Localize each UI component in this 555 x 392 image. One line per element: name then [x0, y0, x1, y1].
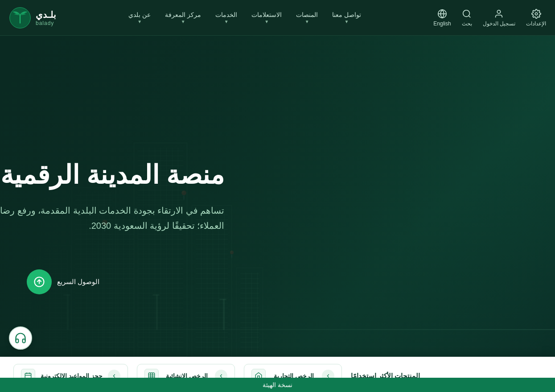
chevron-icon: ▼ — [264, 19, 269, 24]
logo[interactable]: بلـدي balady — [9, 7, 56, 29]
refresh-icon — [33, 276, 45, 288]
headphone-icon — [14, 332, 27, 344]
search-nav-item[interactable]: بحث — [462, 9, 472, 27]
footer-hint: نسخة الهيئة — [0, 378, 555, 392]
hero-subtitle-line2: العملاء؛ تحقيقًا لرؤية السعودية 2030. — [89, 221, 224, 231]
language-nav-item[interactable]: English — [433, 9, 451, 27]
search-label: بحث — [462, 21, 472, 27]
hero-content: منصة المدينة الرقمية تساهم في الارتقاء ب… — [0, 159, 260, 233]
chevron-icon: ▼ — [305, 19, 309, 24]
hero-subtitle: تساهم في الارتقاء بجودة الخدمات البلدية … — [0, 203, 224, 233]
nav-about[interactable]: عن بلدي ▼ — [128, 11, 151, 24]
settings-label: الإعدادات — [526, 21, 546, 27]
nav-inquiries[interactable]: الاستعلامات ▼ — [251, 11, 282, 24]
hero-section: 📍 📍 📍 منصة المدينة الرقمية تساهم في الار… — [0, 36, 555, 357]
navbar: الإعدادات تسجيل الدخول بحث Engli — [0, 0, 555, 36]
chevron-icon: ▼ — [181, 19, 185, 24]
settings-icon — [531, 9, 541, 19]
search-icon — [462, 9, 472, 19]
user-icon — [494, 9, 504, 19]
settings-nav-item[interactable]: الإعدادات — [526, 9, 546, 27]
nav-knowledge[interactable]: مركز المعرفة ▼ — [165, 11, 201, 24]
svg-line-3 — [469, 16, 470, 17]
nav-contact[interactable]: تواصل معنا ▼ — [332, 11, 361, 24]
nav-platforms[interactable]: المنصات ▼ — [296, 11, 318, 24]
chevron-icon: ▼ — [137, 19, 142, 24]
login-label: تسجيل الدخول — [483, 21, 515, 27]
svg-point-2 — [463, 10, 470, 17]
chevron-icon: ▼ — [345, 19, 349, 24]
hero-subtitle-line1: تساهم في الارتقاء بجودة الخدمات البلدية … — [0, 206, 224, 215]
chat-widget[interactable] — [9, 326, 32, 350]
quick-access-button[interactable]: الوصول السريع — [27, 269, 99, 294]
navbar-menu: تواصل معنا ▼ المنصات ▼ الاستعلامات ▼ الخ… — [128, 11, 361, 24]
chevron-icon: ▼ — [224, 19, 229, 24]
language-label: English — [433, 21, 451, 27]
quick-access-label: الوصول السريع — [57, 278, 99, 286]
logo-arabic: بلـدي — [36, 9, 56, 20]
logo-latin: balady — [36, 20, 54, 26]
nav-services[interactable]: الخدمات ▼ — [215, 11, 237, 24]
svg-point-0 — [535, 12, 538, 15]
login-nav-item[interactable]: تسجيل الدخول — [483, 9, 515, 27]
logo-palm-icon — [9, 7, 31, 29]
hero-title: منصة المدينة الرقمية — [0, 159, 224, 190]
svg-point-1 — [497, 10, 501, 13]
quick-access-icon-btn[interactable] — [27, 269, 52, 294]
navbar-left-icons: الإعدادات تسجيل الدخول بحث Engli — [433, 9, 546, 27]
globe-icon — [437, 9, 447, 19]
footer-hint-label: نسخة الهيئة — [263, 381, 292, 388]
